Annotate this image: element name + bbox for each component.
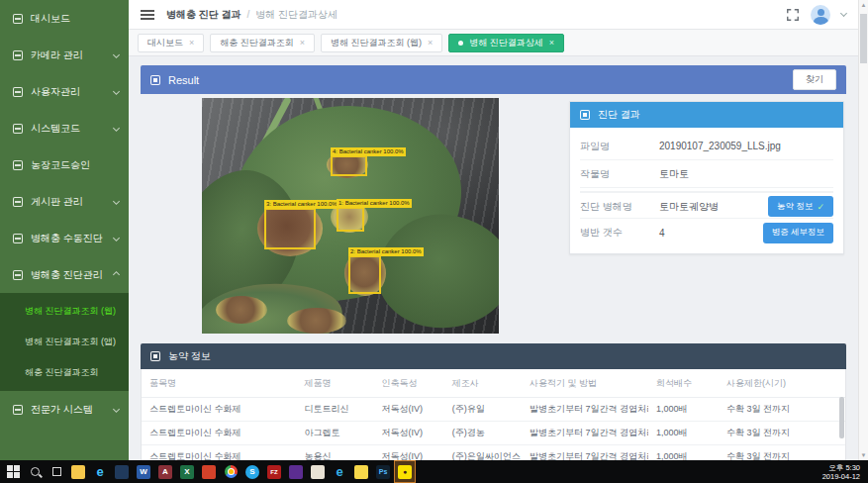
sidebar-item-board[interactable]: 게시판 관리	[0, 183, 129, 220]
tab-close-icon[interactable]: ×	[189, 39, 194, 48]
windows-taskbar: e W A X S FZ e Ps ● 오후 5:30 2019-04-12	[0, 460, 868, 483]
cell: 수확 3일 전까지	[719, 398, 845, 422]
user-avatar[interactable]	[811, 5, 830, 25]
fullscreen-icon[interactable]	[786, 8, 800, 22]
taskbar-app-internet-explorer[interactable]: e	[329, 460, 350, 483]
pesticide-panel-title: 농약 정보	[168, 349, 211, 363]
result-panel-header: Result 찾기	[141, 65, 846, 94]
breadcrumb-root[interactable]: 병해충 진단 결과	[166, 8, 241, 22]
chevron-down-icon	[113, 88, 120, 95]
field-value: 토마토궤양병	[659, 200, 768, 214]
filezilla-icon: FZ	[267, 465, 281, 479]
task-view-icon	[52, 467, 61, 476]
tab-close-icon[interactable]: ×	[549, 39, 554, 48]
windows-logo-icon	[7, 465, 20, 478]
submenu-item-disease-result-web[interactable]: 병해 진단결과조회 (웹)	[0, 296, 129, 327]
pesticide-info-button[interactable]: 농약 정보	[768, 196, 833, 217]
cell: 아그렙토	[296, 422, 373, 445]
tab-close-icon[interactable]: ×	[300, 39, 305, 48]
user-menu-caret-icon[interactable]	[840, 9, 847, 16]
submenu-item-label: 해충 진단결과조회	[25, 366, 99, 379]
field-label: 병반 갯수	[580, 226, 659, 240]
sidebar-item-manual-diagnosis[interactable]: 병해충 수동진단	[0, 220, 129, 256]
sidebar: 대시보드 카메라 관리 사용자관리 시스템코드 농장코드승인 게시판 관리	[0, 0, 129, 460]
menu-toggle-icon[interactable]	[141, 10, 154, 20]
panel-icon	[150, 351, 160, 361]
taskbar-app-excel[interactable]: X	[176, 460, 198, 483]
search-button[interactable]	[24, 460, 46, 483]
taskbar-app-edge[interactable]: e	[89, 460, 111, 483]
taskbar-app-devtool[interactable]	[285, 460, 307, 483]
sidebar-item-diagnosis-mgmt[interactable]: 병해충 진단관리	[0, 256, 129, 293]
taskbar-app-mail[interactable]	[111, 460, 133, 483]
chevron-down-icon	[113, 235, 120, 242]
diagnosis-card-body: 파일명 20190107_230059_LLS.jpg 작물명 토마토 진단 병…	[570, 128, 843, 253]
excel-icon: X	[180, 465, 194, 479]
cell: 1,000배	[648, 398, 719, 422]
taskbar-app-filezilla[interactable]: FZ	[263, 460, 285, 483]
task-view-button[interactable]	[46, 460, 67, 483]
cell: 수확 3일 전까지	[719, 422, 845, 445]
taskbar-clock[interactable]: 오후 5:30 2019-04-12	[822, 463, 868, 481]
taskbar-app-word[interactable]: W	[133, 460, 154, 483]
diagnosis-field-lesion-count: 병반 갯수 4 병증 세부정보	[580, 219, 833, 246]
sidebar-item-farm-code[interactable]: 농장코드승인	[0, 146, 129, 183]
tab-label: 대시보드	[147, 37, 183, 49]
sidebar-item-users[interactable]: 사용자관리	[0, 73, 129, 110]
sidebar-item-dashboard[interactable]: 대시보드	[0, 0, 129, 37]
symptom-detail-button[interactable]: 병증 세부정보	[763, 223, 833, 243]
tab-disease-result-detail[interactable]: 병해 진단결과상세 ×	[448, 34, 564, 52]
submenu-item-disease-result-app[interactable]: 병해 진단결과조회 (앱)	[0, 327, 129, 357]
field-value: 20190107_230059_LLS.jpg	[659, 141, 833, 151]
scroll-down-icon[interactable]: ▼	[859, 452, 868, 458]
start-button[interactable]	[2, 460, 24, 483]
detection-box: 4: Bacterial canker 100.0%	[331, 155, 367, 176]
lesion-shape	[287, 308, 346, 334]
sidebar-item-label: 병해충 수동진단	[31, 232, 103, 245]
scrollbar-thumb[interactable]	[860, 14, 867, 63]
diagnosis-card-header: 진단 결과	[570, 102, 843, 128]
header-actions	[786, 5, 846, 25]
sidebar-item-label: 병해충 진단관리	[31, 268, 103, 282]
tab-label: 병해 진단결과상세	[469, 37, 543, 49]
diagnosis-mgmt-icon	[13, 270, 23, 280]
chevron-down-icon	[113, 51, 120, 58]
table-row[interactable]: 스트렙토마이신 수화제 디토트리신 저독성(IV) (주)유일 발병초기부터 7…	[142, 398, 845, 422]
taskbar-app-pdf[interactable]	[198, 460, 220, 483]
scroll-up-icon[interactable]: ▲	[859, 2, 868, 8]
tab-close-icon[interactable]: ×	[428, 39, 433, 48]
diagnosis-field-disease: 진단 병해명 토마토궤양병 농약 정보	[580, 191, 833, 219]
diagnosis-photo: 4: Bacterial canker 100.0% 3: Bacterial …	[202, 98, 499, 334]
taskbar-app-kakaotalk[interactable]: ●	[394, 460, 416, 483]
taskbar-app-skype[interactable]: S	[241, 460, 263, 483]
column-header: 품목명	[142, 369, 296, 398]
field-label: 작물명	[580, 167, 659, 181]
submenu-item-pest-result[interactable]: 해충 진단결과조회	[0, 357, 129, 388]
users-icon	[13, 87, 23, 97]
mail-icon	[115, 465, 129, 479]
taskbar-app-bird[interactable]	[307, 460, 329, 483]
tab-dashboard[interactable]: 대시보드 ×	[138, 34, 204, 52]
taskbar-app-chrome[interactable]	[220, 460, 241, 483]
field-label: 진단 병해명	[580, 200, 659, 214]
taskbar-app-access[interactable]: A	[154, 460, 176, 483]
sidebar-item-expert-system[interactable]: 전문가 시스템	[0, 391, 129, 428]
panel-icon	[150, 75, 160, 85]
taskbar-app-photoshop[interactable]: Ps	[372, 460, 394, 483]
table-row[interactable]: 스트렙토마이신 수화제 아그렙토 저독성(IV) (주)경농 발병초기부터 7일…	[142, 422, 845, 445]
find-button[interactable]: 찾기	[793, 69, 836, 90]
skype-icon: S	[245, 465, 259, 479]
table-scrollbar-thumb[interactable]	[839, 397, 844, 438]
cell: (주)유일	[444, 398, 522, 422]
tab-disease-result-web[interactable]: 병해 진단결과조회 (웹) ×	[321, 34, 442, 52]
taskbar-app-file-explorer[interactable]	[67, 460, 89, 483]
sidebar-item-camera[interactable]: 카메라 관리	[0, 37, 129, 73]
cell: 발병초기부터 7일간격 경엽처리	[522, 398, 648, 422]
taskbar-app-sticky-notes[interactable]	[350, 460, 372, 483]
tab-pest-result[interactable]: 해충 진단결과조회 ×	[210, 34, 315, 52]
app-header: 병해충 진단 결과 / 병해 진단결과상세	[129, 0, 858, 30]
sidebar-item-system-code[interactable]: 시스템코드	[0, 110, 129, 146]
pesticide-panel: 농약 정보 품목명 제품명 인축독성 제조사 사용적기 및 방법 희석배수	[141, 343, 846, 472]
page-scrollbar[interactable]: ▲ ▼	[858, 0, 868, 460]
photoshop-icon: Ps	[376, 465, 390, 479]
